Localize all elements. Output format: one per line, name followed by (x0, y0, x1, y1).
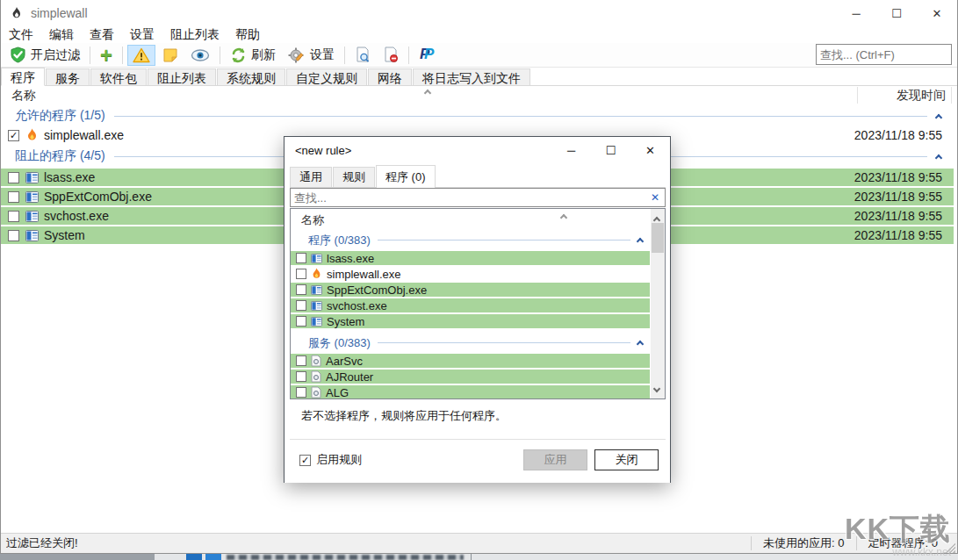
dialog-tab-general[interactable]: 通用 (290, 167, 332, 188)
column-discovery-time[interactable]: 发现时间 (897, 88, 946, 104)
dialog-row-aarsvc[interactable]: AarSvc (291, 354, 650, 368)
menu-edit[interactable]: 编辑 (41, 27, 82, 43)
row-name: SppExtComObj.exe (327, 284, 427, 297)
main-tabs: 程序 服务 软件包 阻止列表 系统规则 自定义规则 网络 将日志写入到文件 (1, 68, 957, 86)
scroll-thumb[interactable] (652, 223, 664, 253)
row-time: 2023/11/18 9:55 (854, 128, 942, 142)
minimize-button[interactable]: ─ (836, 0, 876, 26)
row-name: ALG (326, 386, 349, 399)
tab-programs[interactable]: 程序 (1, 68, 45, 86)
dialog-tabs: 通用 规则 程序 (0) (290, 168, 436, 188)
screen: simplewall ─ ☐ ✕ 文件 编辑 查看 设置 阻止列表 帮助 开启过… (0, 0, 958, 560)
checkbox-checked[interactable]: ✓ (299, 455, 311, 466)
close-button[interactable]: ✕ (917, 0, 957, 26)
enable-filter-button[interactable]: 开启过滤 (4, 44, 85, 66)
background-text-fragment (227, 555, 464, 560)
menu-help[interactable]: 帮助 (227, 27, 268, 43)
dialog-maximize-button[interactable]: ☐ (591, 137, 630, 163)
apply-button[interactable]: 应用 (523, 449, 587, 470)
dialog-row-sppextcomobj[interactable]: SppExtComObj.exe (291, 283, 650, 297)
settings-button[interactable]: 设置 (283, 45, 340, 66)
show-notifications-button[interactable] (127, 45, 155, 66)
checkbox-unchecked[interactable] (8, 172, 19, 183)
application-icon (25, 172, 39, 183)
menu-blocklist[interactable]: 阻止列表 (162, 27, 227, 43)
dialog-window-controls: ─ ☐ ✕ (551, 137, 670, 163)
dialog-column-name[interactable]: 名称 (301, 212, 324, 228)
tab-packages[interactable]: 软件包 (90, 68, 147, 85)
dialog-programs-list: 名称 程序 (0/383) lsass.exe simplewall.exe (290, 208, 666, 399)
maximize-button[interactable]: ☐ (876, 0, 917, 26)
collapse-icon[interactable] (637, 336, 643, 349)
checkbox-checked[interactable]: ✓ (8, 130, 19, 141)
tab-services[interactable]: 服务 (46, 68, 90, 85)
dialog-row-simplewall[interactable]: simplewall.exe (291, 267, 650, 281)
dialog-row-lsass[interactable]: lsass.exe (291, 251, 650, 265)
column-divider[interactable] (951, 87, 952, 104)
eye-icon-button[interactable] (185, 46, 215, 65)
clear-log-button[interactable] (378, 44, 404, 66)
checkbox-unchecked[interactable] (296, 316, 306, 327)
checkbox-unchecked[interactable] (8, 230, 19, 241)
dialog-group-services[interactable]: 服务 (0/383) (291, 335, 650, 350)
checkbox-unchecked[interactable] (296, 284, 306, 295)
column-name[interactable]: 名称 (11, 88, 36, 104)
main-search-box: ✕ (816, 44, 952, 65)
status-message: 过滤已经关闭! (1, 535, 745, 551)
checkbox-unchecked[interactable] (296, 387, 306, 398)
enable-rule-option[interactable]: ✓ 启用规则 (299, 452, 362, 468)
statusbar-divider (751, 536, 752, 550)
dialog-titlebar: <new rule> ─ ☐ ✕ (285, 137, 670, 163)
close-dialog-button[interactable]: 关闭 (594, 449, 659, 470)
add-rule-button[interactable]: + (95, 45, 118, 66)
service-icon (311, 386, 321, 398)
menu-view[interactable]: 查看 (82, 27, 122, 43)
tab-system-rules[interactable]: 系统规则 (217, 68, 285, 85)
dialog-scrollbar[interactable] (651, 209, 665, 398)
group-allowed-programs[interactable]: 允许的程序 (1/5) (1, 107, 954, 125)
dialog-tab-rule[interactable]: 规则 (333, 167, 375, 188)
list-column-header: 名称 发现时间 (1, 87, 957, 104)
checkbox-unchecked[interactable] (296, 355, 306, 366)
tab-custom-rules[interactable]: 自定义规则 (286, 68, 367, 85)
note-icon (162, 47, 178, 63)
dialog-search-input[interactable] (291, 191, 645, 205)
dialog-tab-programs[interactable]: 程序 (0) (376, 165, 436, 188)
menu-settings[interactable]: 设置 (122, 27, 162, 43)
show-log-button[interactable] (157, 45, 184, 66)
find-in-log-button[interactable] (349, 44, 376, 66)
resize-grip[interactable] (943, 541, 955, 553)
checkbox-unchecked[interactable] (296, 371, 306, 382)
donate-paypal-button[interactable]: P P (414, 45, 442, 66)
collapse-icon[interactable] (936, 149, 941, 163)
row-name: AJRouter (326, 370, 373, 384)
scroll-down-icon[interactable] (654, 380, 659, 394)
dialog-row-system[interactable]: System (291, 314, 650, 328)
dialog-close-button[interactable]: ✕ (630, 137, 670, 163)
refresh-icon (230, 47, 247, 63)
checkbox-unchecked[interactable] (296, 253, 306, 263)
collapse-icon[interactable] (936, 109, 941, 123)
dialog-row-alg[interactable]: ALG (291, 385, 650, 399)
checkbox-unchecked[interactable] (296, 269, 306, 279)
tab-blocklist[interactable]: 阻止列表 (148, 68, 216, 85)
menu-file[interactable]: 文件 (1, 27, 41, 43)
dialog-row-svchost[interactable]: svchost.exe (291, 298, 650, 312)
dialog-minimize-button[interactable]: ─ (551, 137, 591, 163)
dialog-search-clear-icon[interactable]: ✕ (645, 191, 665, 204)
main-search-input[interactable] (817, 48, 958, 61)
checkbox-unchecked[interactable] (8, 211, 19, 222)
tab-network[interactable]: 网络 (368, 68, 412, 85)
dialog-group-programs[interactable]: 程序 (0/383) (291, 233, 650, 248)
collapse-icon[interactable] (637, 233, 643, 247)
checkbox-unchecked[interactable] (296, 300, 306, 311)
application-icon (311, 254, 322, 263)
column-divider[interactable] (857, 87, 858, 104)
dialog-row-ajrouter[interactable]: AJRouter (291, 370, 650, 384)
sort-ascending-icon (425, 84, 430, 98)
refresh-button[interactable]: 刷新 (225, 45, 281, 66)
toolbar-separator (408, 47, 409, 64)
checkbox-unchecked[interactable] (8, 191, 19, 203)
gear-pencil-icon (288, 47, 306, 63)
tab-write-log[interactable]: 将日志写入到文件 (413, 68, 530, 85)
